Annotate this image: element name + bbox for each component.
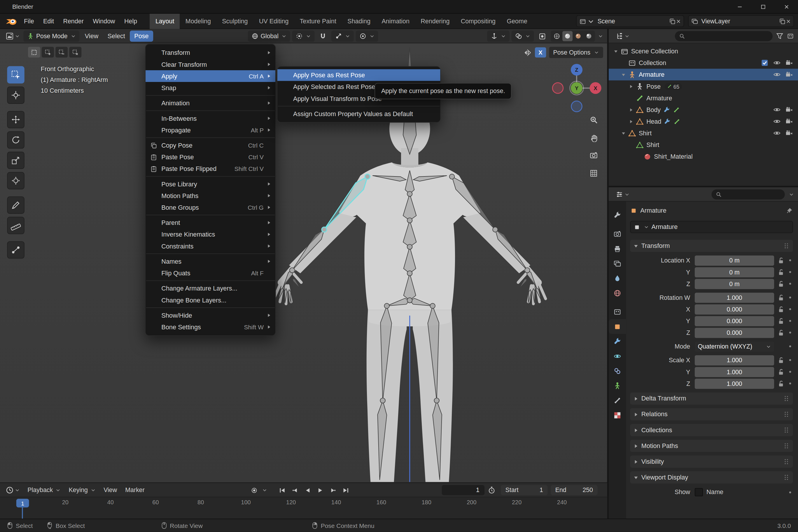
outliner-row-scene-collection[interactable]: Scene Collection (609, 45, 798, 57)
pose-menu-item-parent[interactable]: Parent (146, 217, 276, 228)
workspace-tab-animation[interactable]: Animation (376, 14, 415, 28)
next-keyframe-button[interactable] (327, 484, 339, 496)
shading-rendered-button[interactable] (584, 31, 594, 41)
outliner-search[interactable] (675, 31, 773, 41)
value-field[interactable]: 1.000 (695, 367, 774, 377)
section-visibility[interactable]: Visibility (630, 456, 793, 468)
start-frame-field[interactable]: Start 1 (501, 485, 548, 495)
pose-menu-item-paste-pose[interactable]: Paste PoseCtrl V (146, 151, 276, 163)
properties-tab-scene[interactable] (609, 271, 626, 286)
section-motion-paths[interactable]: Motion Paths (630, 440, 793, 452)
workspace-tab-sculpting[interactable]: Sculpting (216, 14, 253, 28)
mode-dropdown[interactable]: Pose Mode (23, 31, 79, 42)
collapse-icon[interactable] (620, 72, 628, 78)
mode-dropdown[interactable]: Quaternion (WXYZ) (695, 341, 774, 352)
navigation-gizmo[interactable]: Z X Y (548, 57, 606, 116)
editor-type-button[interactable] (3, 31, 22, 42)
workspace-tab-texture-paint[interactable]: Texture Paint (294, 14, 342, 28)
apply-submenu-item-assign-custom-property-values-as-default[interactable]: Assign Custom Property Values as Default (278, 108, 440, 119)
properties-tab-bone[interactable] (609, 393, 626, 408)
outliner-options-icon[interactable] (787, 32, 794, 39)
tool-breakdowner-button[interactable] (7, 241, 24, 259)
outliner-row-armature[interactable]: Armature (609, 92, 798, 104)
preview-range-icon[interactable] (488, 486, 496, 494)
menu-window[interactable]: Window (88, 14, 120, 28)
apply-submenu-item-apply-pose-as-rest-pose[interactable]: Apply Pose as Rest Pose (278, 69, 440, 81)
properties-search[interactable] (712, 189, 785, 199)
playhead[interactable]: 1 (16, 499, 29, 508)
value-field[interactable]: 1.000 (695, 355, 774, 365)
menu-render[interactable]: Render (59, 14, 88, 28)
section-delta-transform[interactable]: Delta Transform (630, 392, 793, 404)
tool-select-box-button[interactable] (7, 66, 24, 83)
tool-transform-button[interactable] (7, 172, 24, 189)
workspace-tab-layout[interactable]: Layout (150, 14, 180, 28)
close-button[interactable] (775, 0, 798, 13)
selmode-int-button[interactable] (69, 47, 81, 58)
properties-tab-tool[interactable] (609, 208, 626, 223)
collapse-icon[interactable] (612, 48, 620, 54)
properties-tab-collection[interactable] (609, 304, 626, 319)
copy-icon[interactable] (669, 18, 676, 24)
outliner-editor-type-button[interactable] (613, 30, 632, 41)
value-field[interactable]: 0.000 (695, 327, 774, 338)
value-field[interactable]: 0 m (695, 279, 774, 289)
value-field[interactable]: 1.000 (695, 292, 774, 303)
outliner-row-collection[interactable]: Collection (609, 57, 798, 69)
properties-tab-render[interactable] (609, 227, 626, 242)
outliner-search-input[interactable] (687, 32, 768, 40)
animate-dot-icon[interactable] (787, 489, 793, 495)
pose-menu-item-paste-pose-flipped[interactable]: Paste Pose FlippedShift Ctrl V (146, 163, 276, 174)
pose-menu-item-in-betweens[interactable]: In-Betweens (146, 113, 276, 124)
shading-wireframe-button[interactable] (552, 31, 562, 41)
value-field[interactable]: 0.000 (695, 304, 774, 315)
pose-menu-item-show-hide[interactable]: Show/Hide (146, 309, 276, 321)
section-collections[interactable]: Collections (630, 424, 793, 436)
pose-menu-item-change-armature-layers[interactable]: Change Armature Layers... (146, 282, 276, 294)
tool-rotate-button[interactable] (7, 131, 24, 149)
expand-icon[interactable] (627, 118, 635, 125)
shading-options-chevron-icon[interactable] (598, 34, 603, 38)
shading-solid-button[interactable] (562, 31, 572, 41)
workspace-tab-geome[interactable]: Geome (501, 14, 533, 28)
mirror-icon[interactable] (523, 48, 532, 57)
play-reverse-button[interactable] (302, 484, 314, 496)
outliner-row-shirt-material[interactable]: Shirt_Material (609, 151, 798, 163)
viewlayer-selector[interactable]: ViewLayer (688, 15, 794, 27)
value-field[interactable]: 0 m (695, 255, 774, 265)
properties-tab-viewlayer[interactable] (609, 256, 626, 271)
proportional-edit-dropdown[interactable] (356, 31, 378, 42)
maximize-button[interactable] (751, 0, 775, 13)
unlink-icon[interactable] (676, 19, 681, 24)
workspace-tab-rendering[interactable]: Rendering (415, 14, 455, 28)
axis-neg-z[interactable] (571, 101, 582, 112)
timeline-menu-marker[interactable]: Marker (121, 484, 149, 496)
section-relations[interactable]: Relations (630, 408, 793, 420)
workspace-tab-modeling[interactable]: Modeling (180, 14, 216, 28)
end-frame-field[interactable]: End 250 (551, 485, 597, 495)
timeline-editor-type-button[interactable] (3, 484, 22, 496)
object-id-field[interactable]: Armature (630, 221, 793, 233)
play-button[interactable] (315, 484, 326, 496)
current-frame-field[interactable]: 1 (442, 485, 485, 495)
selmode-sub-button[interactable] (55, 47, 68, 58)
transform-panel-header[interactable]: Transform (630, 240, 793, 252)
pose-menu-item-transform[interactable]: Transform (146, 47, 276, 59)
outliner-row-armature[interactable]: Armature (609, 69, 798, 80)
pose-menu-item-apply[interactable]: ApplyCtrl A (146, 70, 276, 82)
scene-selector[interactable]: Scene (576, 15, 684, 27)
value-field[interactable]: 0.000 (695, 316, 774, 326)
breadcrumb-object-name[interactable]: Armature (640, 207, 666, 214)
camback-button[interactable] (586, 148, 601, 163)
value-field[interactable]: 0 m (695, 267, 774, 277)
drag-handle-icon[interactable] (783, 242, 790, 249)
viewport-menu-view[interactable]: View (80, 31, 103, 42)
timeline-menu-keying[interactable]: Keying (64, 484, 99, 496)
properties-tab-physics[interactable] (609, 348, 626, 363)
tool-move-button[interactable] (7, 111, 24, 128)
workspace-tab-uv-editing[interactable]: UV Editing (253, 14, 294, 28)
properties-tab-constraint[interactable] (609, 363, 626, 378)
properties-tab-texture[interactable] (609, 408, 626, 423)
properties-tab-output[interactable] (609, 241, 626, 256)
expand-icon[interactable] (627, 83, 635, 89)
